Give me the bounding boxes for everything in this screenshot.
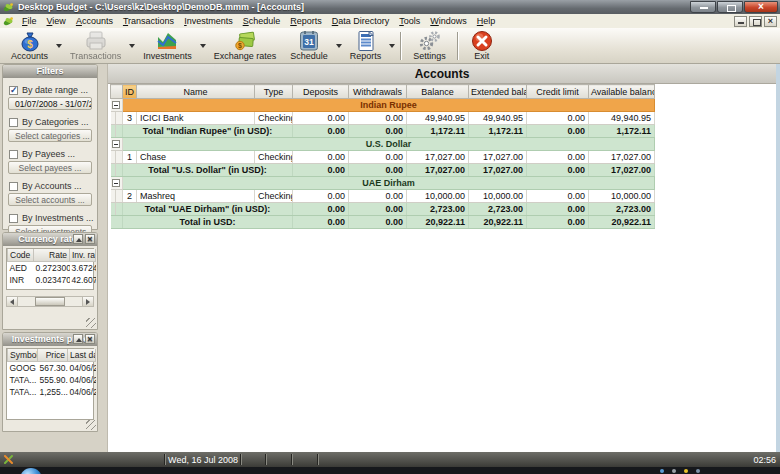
tray-icon[interactable] [660,469,664,473]
collapse-panel-icon[interactable] [73,234,83,244]
column-header-last-date[interactable]: Last date [68,349,96,362]
accounts-row-indian-rupee[interactable]: Indian Rupee [111,99,655,112]
scrollbar-thumb[interactable] [35,297,65,306]
collapse-node-icon[interactable] [112,140,120,148]
investments-price-header: Investments price [3,333,97,346]
dropdown-arrow-icon[interactable] [389,44,395,48]
menu-item-tools[interactable]: Tools [394,15,425,27]
resize-grip[interactable] [86,420,96,430]
column-header-rate[interactable]: Rate [34,249,70,262]
toolbar-button-settings[interactable]: Settings [406,28,453,63]
checkbox-by-payees[interactable] [9,150,18,159]
tree-cell [111,125,123,138]
calendar-icon: 31 [297,29,321,52]
collapse-node-icon[interactable] [112,179,120,187]
filter-button-01-07-2008-31-07-2008[interactable]: 01/07/2008 - 31/07/2008 [8,97,92,110]
toolbar-label-accounts: Accounts [11,51,48,61]
column-header-type[interactable]: Type [255,85,293,99]
toolbar-button-accounts[interactable]: $Accounts [4,28,55,63]
svg-text:$: $ [238,42,242,50]
filter-button-select-payees[interactable]: Select payees ... [8,161,92,174]
table-row[interactable]: GOOG567.30...04/06/200 [8,362,96,375]
accounts-row-u-s-dollar[interactable]: U.S. Dollar [111,138,655,151]
menu-item-file[interactable]: File [17,15,42,27]
tray-icon[interactable] [672,469,676,473]
mdi-restore-button[interactable] [749,16,762,27]
column-header-price[interactable]: Price [38,349,68,362]
accounts-row-icici-bank[interactable]: 3ICICI BankChecking0.000.0049,940.9549,9… [111,112,655,125]
menu-item-windows[interactable]: Windows [425,15,472,27]
menu-item-data-directory[interactable]: Data Directory [327,15,395,27]
close-panel-icon[interactable] [85,334,95,344]
tray-icon[interactable] [696,469,700,473]
scroll-left-icon[interactable] [7,297,18,306]
checkbox-by-accounts[interactable] [9,182,18,191]
table-row[interactable]: INR0.02347042.607... [8,274,96,286]
column-header-deposits[interactable]: Deposits [293,85,349,99]
toolbar-button-investments[interactable]: Investments [136,28,199,63]
column-header-withdrawals[interactable]: Withdrawals [349,85,407,99]
currency-horizontal-scrollbar[interactable] [6,296,94,307]
column-header-credit-limit[interactable]: Credit limit [527,85,589,99]
toolbar-button-exit[interactable]: Exit [463,28,501,63]
menu-item-view[interactable]: View [42,15,71,27]
column-header-inv-rate[interactable]: Inv. rate [70,249,96,262]
toolbar-button-reports[interactable]: Reports [343,28,389,63]
table-row[interactable]: AED0.2723003.672420 [8,262,96,275]
title-bar: Desktop Budget - C:\Users\kz\Desktop\Dem… [0,0,780,14]
cell-available_balance: 10,000.00 [589,190,655,203]
accounts-row-total-uae-dirham-in-usd[interactable]: Total "UAE Dirham" (in USD):0.000.002,72… [111,203,655,216]
menu-item-reports[interactable]: Reports [285,15,327,27]
toolbar-button-exchange-rates[interactable]: $Exchange rates [207,28,284,63]
accounts-row-mashreq[interactable]: 2MashreqChecking0.000.0010,000.0010,000.… [111,190,655,203]
column-header-balance[interactable]: Balance [407,85,469,99]
tree-cell [111,112,123,125]
column-header-available-balance[interactable]: Available balance [589,85,655,99]
scroll-right-icon[interactable] [82,297,93,306]
mdi-minimize-button[interactable] [734,16,747,27]
accounts-row-total-in-usd[interactable]: Total in USD:0.000.0020,922.1120,922.110… [111,216,655,229]
accounts-row-uae-dirham[interactable]: UAE Dirham [111,177,655,190]
menu-item-transactions[interactable]: Transactions [118,15,179,27]
cell-balance: 17,027.00 [407,164,469,177]
resize-grip[interactable] [86,318,96,328]
column-header-extended-balance[interactable]: Extended balance [469,85,527,99]
column-header-id[interactable]: ID [123,85,137,99]
mdi-close-button[interactable] [764,16,777,27]
accounts-row-total-indian-rupee-in-usd[interactable]: Total "Indian Rupee" (in USD):0.000.001,… [111,125,655,138]
close-panel-icon[interactable] [85,234,95,244]
checkbox-by-categories[interactable] [9,118,18,127]
dropdown-arrow-icon[interactable] [56,44,62,48]
filter-button-select-categories[interactable]: Select categories ... [8,129,92,142]
menu-item-accounts[interactable]: Accounts [71,15,118,27]
menu-item-schedule[interactable]: Schedule [238,15,286,27]
mini-table-header-row: SymbolPriceLast date [8,349,96,362]
dropdown-arrow-icon[interactable] [129,44,135,48]
checkbox-by-date-range[interactable] [9,86,18,95]
restore-button[interactable] [717,1,743,13]
dropdown-arrow-icon[interactable] [200,44,206,48]
collapse-panel-icon[interactable] [73,334,83,344]
toolbar-button-schedule[interactable]: 31Schedule [283,28,335,63]
table-row[interactable]: TATA...1,255....04/06/200 [8,386,96,398]
filter-button-select-accounts[interactable]: Select accounts ... [8,193,92,206]
start-orb-icon[interactable] [20,468,42,474]
column-header-symbol[interactable]: Symbol [8,349,38,362]
accounts-row-total-u-s-dollar-in-usd[interactable]: Total "U.S. Dollar" (in USD):0.000.0017,… [111,164,655,177]
menu-item-investments[interactable]: Investments [179,15,238,27]
menu-item-help[interactable]: Help [472,15,501,27]
column-header-code[interactable]: Code [8,249,34,262]
table-row[interactable]: TATA...555.90...04/06/200 [8,374,96,386]
close-button[interactable] [744,1,778,13]
column-header-name[interactable]: Name [137,85,255,99]
cell-available_balance: 2,723.00 [589,203,655,216]
minimize-button[interactable] [690,1,716,13]
tray-icon[interactable] [684,469,688,473]
collapse-node-icon[interactable] [112,101,120,109]
accounts-row-chase[interactable]: 1ChaseChecking0.000.0017,027.0017,027.00… [111,151,655,164]
checkbox-by-investments[interactable] [9,214,18,223]
dropdown-arrow-icon[interactable] [336,44,342,48]
cell-symbol: TATA... [8,386,38,398]
scrollbar-track[interactable] [18,297,82,306]
sidebar-splitter[interactable] [100,64,108,452]
